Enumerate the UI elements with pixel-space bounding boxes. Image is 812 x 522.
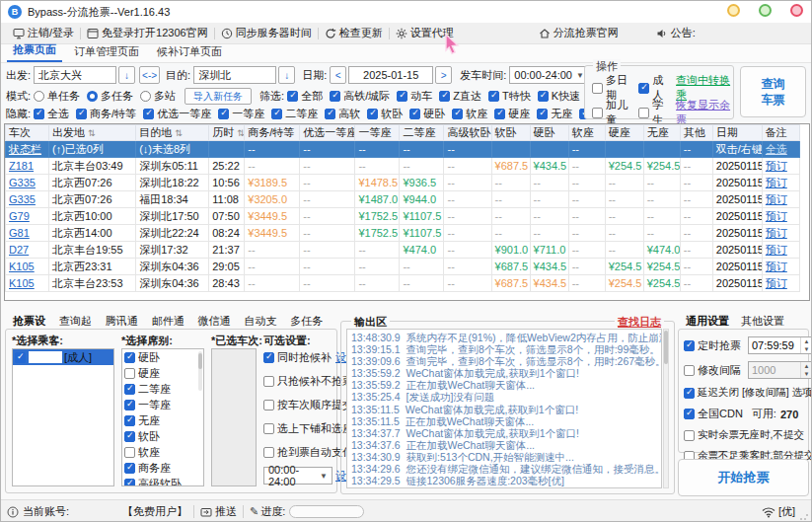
train-cell[interactable]: K105	[6, 259, 49, 275]
timed-grab-time-input[interactable]	[749, 337, 800, 353]
train-row-6[interactable]: K105北京西23:31深圳东04:3629:05----------¥687.…	[6, 259, 800, 275]
train-row-1[interactable]: G335北京西07:26深圳北18:2210:56¥3189.5--¥1478.…	[6, 175, 800, 191]
minimize-button[interactable]	[727, 4, 740, 17]
train-cell[interactable]: 预订	[762, 191, 799, 208]
seat-item-2[interactable]: 二等座	[122, 381, 203, 397]
checkbox-icon[interactable]	[218, 109, 229, 119]
hide-check-0[interactable]: 全选	[34, 107, 69, 121]
checkbox-icon[interactable]	[15, 352, 26, 363]
train-cell[interactable]: 预订	[762, 208, 799, 225]
hide-check-6[interactable]: 软卧	[367, 107, 403, 121]
checkbox-icon[interactable]	[494, 109, 505, 119]
checkbox-icon[interactable]	[124, 384, 135, 395]
filter-check-4[interactable]: T特快	[488, 89, 531, 104]
timed-grab-spinner[interactable]: ▲▼	[748, 336, 812, 354]
checkbox-icon[interactable]	[263, 376, 274, 387]
maximize-button[interactable]	[759, 4, 772, 17]
option-0[interactable]: 同时抢候补 设置	[263, 350, 334, 365]
checkbox-icon[interactable]	[367, 109, 378, 119]
checkbox-icon[interactable]	[592, 83, 603, 94]
hide-check-5[interactable]: 高软	[325, 107, 360, 121]
column-header-3[interactable]: 历时 ⇅	[209, 125, 245, 141]
train-row-4[interactable]: G81北京西14:00深圳北22:2408:24¥3449.5--¥1752.5…	[6, 225, 800, 242]
option-4[interactable]: 抢到票自动支付	[263, 445, 334, 460]
checkbox-icon[interactable]	[34, 109, 44, 119]
extra-check-0[interactable]: 实时余票无座时,不提交	[684, 428, 804, 442]
menu-item-1[interactable]: 免登录打开12306官网	[81, 24, 214, 43]
train-row-2[interactable]: G335北京西07:26福田18:3411:08¥3205.0--¥1487.0…	[6, 191, 800, 208]
train-cell[interactable]: 预订	[762, 225, 799, 242]
filter-check-5[interactable]: K快速	[538, 89, 580, 104]
seat-item-4[interactable]: 无座	[122, 412, 203, 428]
resize-grip[interactable]	[799, 511, 809, 521]
checkbox-icon[interactable]	[124, 447, 135, 458]
train-row-7[interactable]: K105北京丰台23:53深圳东04:3628:43----------¥687…	[6, 275, 800, 292]
grab-time-range-select[interactable]: 00:00-24:00▼	[263, 467, 332, 485]
mode-radio-1[interactable]: 多任务	[87, 89, 133, 104]
depart-dropdown-button[interactable]: ↓	[118, 66, 135, 84]
filter-check-3[interactable]: Z直达	[439, 89, 481, 104]
seat-item-8[interactable]: 高级软卧	[122, 476, 203, 486]
delay-close-checkbox[interactable]: 延迟关闭 [修改间隔] 选项	[684, 386, 812, 400]
checkbox-icon[interactable]	[397, 91, 407, 102]
find-log-link[interactable]: 查找日志	[615, 315, 664, 330]
import-task-button[interactable]: 导入新任务	[185, 88, 252, 105]
hide-check-8[interactable]: 软座	[452, 107, 487, 121]
close-button[interactable]	[790, 4, 803, 17]
status-cell-0[interactable]: 状态栏	[6, 141, 49, 158]
hide-check-7[interactable]: 硬卧	[409, 107, 445, 121]
depart-time-select[interactable]: 00:00-24:00▼	[509, 66, 589, 84]
column-header-2[interactable]: 目的地 ⇅	[136, 125, 209, 141]
interval-spinner[interactable]: ▲▼	[748, 361, 812, 379]
train-cell[interactable]: G335	[6, 191, 49, 208]
train-row-5[interactable]: D27北京丰台19:55深圳17:3221:37------¥474.0--¥9…	[6, 242, 800, 259]
checkbox-icon[interactable]	[124, 415, 135, 426]
spinner-arrows-icon[interactable]: ▲▼	[800, 337, 812, 353]
train-cell[interactable]: G79	[6, 208, 49, 225]
checkbox-icon[interactable]	[684, 430, 695, 441]
interval-checkbox[interactable]: 修改间隔	[684, 363, 741, 378]
spinner-arrows-icon[interactable]: ▲▼	[800, 362, 812, 378]
checkbox-icon[interactable]	[124, 400, 135, 410]
checkbox-icon[interactable]	[325, 109, 335, 119]
checkbox-icon[interactable]	[263, 447, 274, 458]
mode-radio-2[interactable]: 多站	[140, 89, 176, 104]
train-cell[interactable]: 预订	[762, 259, 799, 275]
checkbox-icon[interactable]	[287, 91, 298, 102]
menu-right-item-1[interactable]: 公告:	[650, 24, 701, 43]
filter-check-1[interactable]: 高铁/城际	[330, 89, 390, 104]
checkbox-icon[interactable]	[330, 91, 340, 102]
depart-input[interactable]	[34, 66, 116, 84]
train-cell[interactable]: 预订	[762, 242, 799, 259]
checkbox-icon[interactable]	[271, 109, 282, 119]
menu-right-item-0[interactable]: 分流抢票官网	[533, 24, 625, 43]
checkbox-icon[interactable]	[124, 368, 135, 379]
train-cell[interactable]: Z181	[6, 158, 49, 175]
menu-item-3[interactable]: 检查更新	[319, 24, 389, 43]
filter-check-0[interactable]: 全部	[287, 89, 323, 104]
next-date-button[interactable]: >	[435, 66, 452, 84]
checkbox-icon[interactable]	[638, 83, 649, 94]
status-cell-16[interactable]: 全选	[762, 141, 799, 158]
dest-input[interactable]	[193, 66, 276, 84]
checkbox-icon[interactable]	[263, 423, 274, 434]
page-tab-0[interactable]: 抢票页面	[7, 40, 62, 62]
filter-check-2[interactable]: 动车	[397, 89, 432, 104]
checkbox-icon[interactable]	[538, 91, 549, 102]
checkbox-icon[interactable]	[263, 400, 274, 410]
seat-scrollbar[interactable]	[198, 351, 202, 391]
checkbox-icon[interactable]	[76, 109, 87, 119]
prev-date-button[interactable]: <	[330, 66, 346, 84]
query-tickets-button[interactable]: 查询 车票	[740, 66, 806, 117]
checkbox-icon[interactable]	[124, 479, 135, 487]
train-cell[interactable]: 预订	[762, 275, 799, 292]
hide-check-9[interactable]: 硬座	[494, 107, 530, 121]
hide-check-3[interactable]: 一等座	[218, 107, 264, 121]
checkbox-icon[interactable]	[409, 109, 420, 119]
start-grab-button[interactable]: 开始抢票	[678, 459, 809, 496]
train-row-0[interactable]: Z181北京丰台03:49深圳东05:1125:22----------¥687…	[6, 158, 800, 175]
hide-check-2[interactable]: 优选一等座	[143, 107, 211, 121]
option-1[interactable]: 只抢候补不抢票	[263, 374, 334, 389]
train-cell[interactable]: G335	[6, 175, 49, 191]
passenger-item-0[interactable]: [成人]	[13, 349, 113, 365]
